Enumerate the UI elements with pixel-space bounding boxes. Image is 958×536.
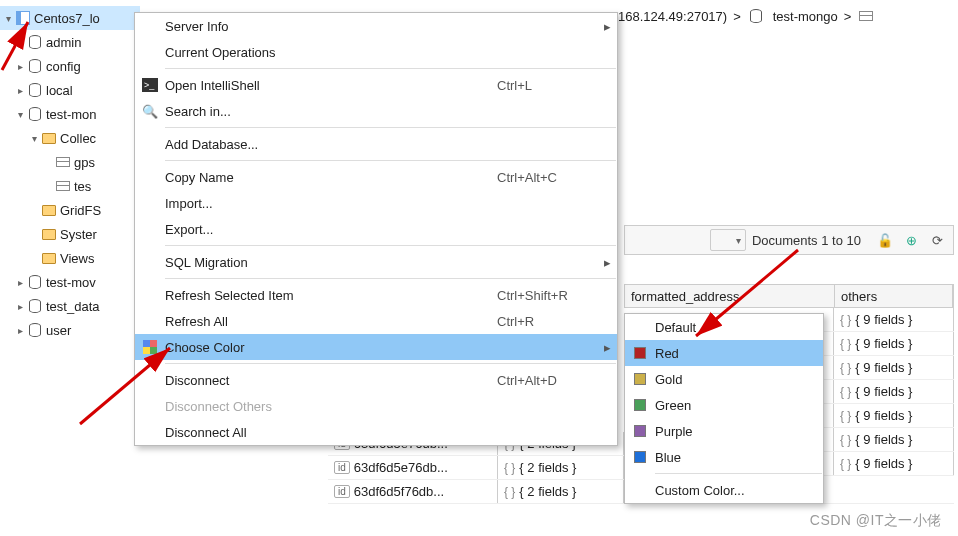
column-header[interactable]: formatted_address <box>625 285 835 307</box>
tree-item-views[interactable]: Views <box>0 246 140 270</box>
cell-others: { } { 9 fields } <box>834 404 954 427</box>
connection-tree: ▾ Centos7_lo ▸admin▸config▸local▾test-mo… <box>0 6 140 342</box>
search-icon: 🔍 <box>135 104 165 119</box>
tree-item-collec[interactable]: ▾Collec <box>0 126 140 150</box>
chevron-icon: ▸ <box>14 325 26 336</box>
color-item-label: Red <box>655 346 823 361</box>
menu-item-export-[interactable]: Export... <box>135 216 617 242</box>
menu-item-add-database-[interactable]: Add Database... <box>135 131 617 157</box>
menu-item-label: SQL Migration <box>165 255 497 270</box>
menu-item-label: Current Operations <box>165 45 497 60</box>
menu-item-label: Search in... <box>165 104 497 119</box>
db-icon <box>26 33 44 51</box>
table-row[interactable]: id 63df6d5f76db...{ } { 2 fields } <box>328 480 624 504</box>
chevron-icon: ▾ <box>28 133 40 144</box>
palette-icon <box>135 340 165 354</box>
tree-item-gps[interactable]: gps <box>0 150 140 174</box>
color-item-gold[interactable]: Gold <box>625 366 823 392</box>
tree-item-gridfs[interactable]: GridFS <box>0 198 140 222</box>
menu-item-label: Open IntelliShell <box>165 78 497 93</box>
folder-icon <box>40 249 58 267</box>
add-doc-icon[interactable]: ⊕ <box>901 230 921 250</box>
breadcrumb-host: 168.124.49:27017) <box>618 9 727 24</box>
tree-item-label: gps <box>74 155 95 170</box>
menu-item-label: Copy Name <box>165 170 497 185</box>
cell-others: { } { 9 fields } <box>834 452 954 475</box>
tree-item-label: Collec <box>60 131 96 146</box>
cell-fields: { } { 2 fields } <box>498 480 624 503</box>
menu-item-search-in-[interactable]: 🔍Search in... <box>135 98 617 124</box>
tree-item-label: test-mov <box>46 275 96 290</box>
menu-item-open-intellishell[interactable]: >_Open IntelliShellCtrl+L <box>135 72 617 98</box>
tree-item-label: tes <box>74 179 91 194</box>
tree-item-test_data[interactable]: ▸test_data <box>0 294 140 318</box>
table-row[interactable]: id 63df6d5e76db...{ } { 2 fields } <box>328 456 624 480</box>
server-icon <box>14 9 32 27</box>
refresh-icon[interactable]: ⟳ <box>927 230 947 250</box>
menu-item-refresh-selected-item[interactable]: Refresh Selected ItemCtrl+Shift+R <box>135 282 617 308</box>
menu-item-server-info[interactable]: Server Info▸ <box>135 13 617 39</box>
db-icon <box>26 297 44 315</box>
color-item-label: Green <box>655 398 823 413</box>
submenu-indicator-icon: ▸ <box>597 255 617 270</box>
coll-icon <box>54 177 72 195</box>
result-toolbar: ▾ Documents 1 to 10 🔓 ⊕ ⟳ <box>624 225 954 255</box>
color-swatch-icon <box>625 347 655 359</box>
page-dropdown[interactable]: ▾ <box>710 229 746 251</box>
color-swatch-icon <box>625 425 655 437</box>
tree-item-tes[interactable]: tes <box>0 174 140 198</box>
db-icon <box>26 273 44 291</box>
menu-item-label: Import... <box>165 196 497 211</box>
color-item-purple[interactable]: Purple <box>625 418 823 444</box>
tree-item-admin[interactable]: ▸admin <box>0 30 140 54</box>
breadcrumb-db: test-mongo <box>773 9 838 24</box>
menu-item-disconnect-all[interactable]: Disconnect All <box>135 419 617 445</box>
tree-root-label: Centos7_lo <box>34 11 100 26</box>
menu-item-copy-name[interactable]: Copy NameCtrl+Alt+C <box>135 164 617 190</box>
db-icon <box>26 81 44 99</box>
folder-icon <box>40 201 58 219</box>
menu-item-label: Disconnect <box>165 373 497 388</box>
menu-item-disconnect-others: Disconnect Others <box>135 393 617 419</box>
menu-item-label: Disconnect All <box>165 425 497 440</box>
menu-item-import-[interactable]: Import... <box>135 190 617 216</box>
menu-item-sql-migration[interactable]: SQL Migration▸ <box>135 249 617 275</box>
menu-item-refresh-all[interactable]: Refresh AllCtrl+R <box>135 308 617 334</box>
tree-item-test-mon[interactable]: ▾test-mon <box>0 102 140 126</box>
color-item-label: Purple <box>655 424 823 439</box>
context-menu: Server Info▸Current Operations>_Open Int… <box>134 12 618 446</box>
color-swatch-icon <box>625 373 655 385</box>
cell-id: id 63df6d5f76db... <box>328 480 498 503</box>
color-submenu: DefaultRedGoldGreenPurpleBlueCustom Colo… <box>624 313 824 504</box>
column-header[interactable]: others <box>835 285 953 307</box>
menu-item-choose-color[interactable]: Choose Color▸ <box>135 334 617 360</box>
tree-root[interactable]: ▾ Centos7_lo <box>0 6 140 30</box>
tree-item-user[interactable]: ▸user <box>0 318 140 342</box>
tree-item-label: test_data <box>46 299 100 314</box>
cell-id: id 63df6d5e76db... <box>328 456 498 479</box>
tree-item-label: Syster <box>60 227 97 242</box>
cell-others: { } { 9 fields } <box>834 356 954 379</box>
cell-others: { } { 9 fields } <box>834 332 954 355</box>
color-item-red[interactable]: Red <box>625 340 823 366</box>
tree-item-syster[interactable]: Syster <box>0 222 140 246</box>
color-item-blue[interactable]: Blue <box>625 444 823 470</box>
menu-item-disconnect[interactable]: DisconnectCtrl+Alt+D <box>135 367 617 393</box>
menu-item-shortcut: Ctrl+Alt+C <box>497 170 597 185</box>
watermark: CSDN @IT之一小佬 <box>810 512 942 530</box>
collection-icon <box>857 7 875 25</box>
chevron-icon: ▾ <box>14 109 26 120</box>
tree-item-config[interactable]: ▸config <box>0 54 140 78</box>
tree-item-test-mov[interactable]: ▸test-mov <box>0 270 140 294</box>
tree-item-local[interactable]: ▸local <box>0 78 140 102</box>
lock-icon[interactable]: 🔓 <box>875 230 895 250</box>
db-icon <box>26 57 44 75</box>
menu-item-label: Choose Color <box>165 340 497 355</box>
menu-item-current-operations[interactable]: Current Operations <box>135 39 617 65</box>
menu-item-label: Export... <box>165 222 497 237</box>
tree-item-label: user <box>46 323 71 338</box>
color-item-default[interactable]: Default <box>625 314 823 340</box>
color-item-custom-color-[interactable]: Custom Color... <box>625 477 823 503</box>
db-icon <box>26 321 44 339</box>
color-item-green[interactable]: Green <box>625 392 823 418</box>
